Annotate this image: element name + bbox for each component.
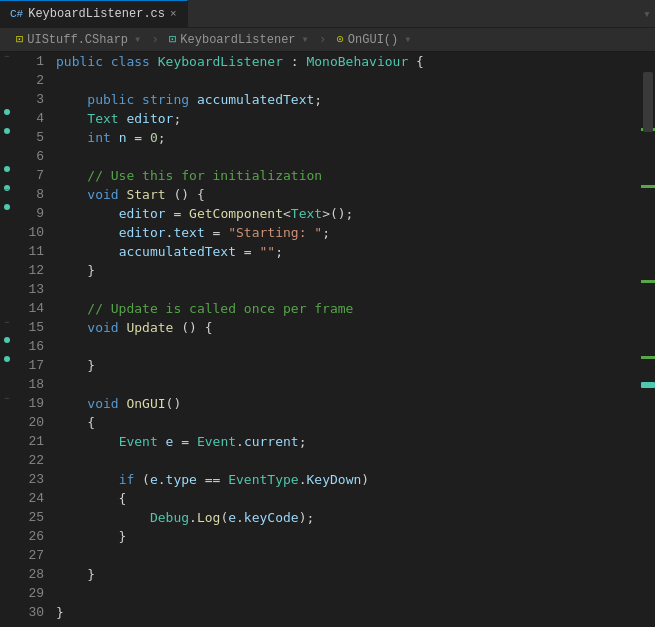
code-line-23: if (e.type == EventType.KeyDown): [56, 470, 641, 489]
gutter-indicator-5: [4, 204, 10, 210]
breadcrumb-class-label: KeyboardListener: [180, 33, 295, 47]
breadcrumb-class-icon: ⊡: [169, 32, 176, 47]
line-number-26: 26: [14, 527, 44, 546]
breadcrumb-bar: ⊡ UIStuff.CSharp ▾ › ⊡ KeyboardListener …: [0, 28, 655, 52]
line-number-8: 8: [14, 185, 44, 204]
tab-label: KeyboardListener.cs: [28, 7, 165, 21]
scrollbar-thumb[interactable]: [643, 72, 653, 132]
code-line-26: }: [56, 527, 641, 546]
line-numbers: 1234567891011121314151617181920212223242…: [14, 52, 52, 627]
breadcrumb-keyboardlistener[interactable]: ⊡ KeyboardListener ▾: [161, 30, 317, 49]
tab-keyboard-listener[interactable]: C# KeyboardListener.cs ×: [0, 0, 188, 28]
collapse-arrow-3[interactable]: −: [2, 318, 12, 328]
breadcrumb-uistuff[interactable]: ⊡ UIStuff.CSharp ▾: [8, 30, 149, 49]
code-line-28: }: [56, 565, 641, 584]
line-number-3: 3: [14, 90, 44, 109]
line-number-4: 4: [14, 109, 44, 128]
code-line-15: void Update () {: [56, 318, 641, 337]
code-editor[interactable]: public class KeyboardListener : MonoBeha…: [52, 52, 641, 627]
breadcrumb-method-label: OnGUI(): [348, 33, 398, 47]
breadcrumb-class-arrow: ▾: [302, 32, 309, 47]
breadcrumb-uistuff-arrow: ▾: [134, 32, 141, 47]
line-number-14: 14: [14, 299, 44, 318]
tab-icon: C#: [10, 8, 23, 20]
line-number-21: 21: [14, 432, 44, 451]
code-line-29: [56, 584, 641, 603]
line-number-19: 19: [14, 394, 44, 413]
line-number-11: 11: [14, 242, 44, 261]
line-number-2: 2: [14, 71, 44, 90]
line-number-17: 17: [14, 356, 44, 375]
breadcrumb-method-arrow: ▾: [404, 32, 411, 47]
line-number-18: 18: [14, 375, 44, 394]
line-number-9: 9: [14, 204, 44, 223]
line-number-30: 30: [14, 603, 44, 622]
line-number-20: 20: [14, 413, 44, 432]
line-number-27: 27: [14, 546, 44, 565]
vertical-scrollbar[interactable]: [641, 52, 655, 627]
line-number-23: 23: [14, 470, 44, 489]
breadcrumb-ongui[interactable]: ⊙ OnGUI() ▾: [329, 30, 420, 49]
line-number-1: 1: [14, 52, 44, 71]
code-line-25: Debug.Log(e.keyCode);: [56, 508, 641, 527]
code-line-10: editor.text = "Starting: ";: [56, 223, 641, 242]
code-line-30: }: [56, 603, 641, 622]
editor-container: − − − − 12345678910111213141516171819202…: [0, 52, 655, 627]
gutter-indicator-7: [4, 356, 10, 362]
tab-close-button[interactable]: ×: [170, 8, 177, 20]
code-line-17: }: [56, 356, 641, 375]
gutter-indicator-6: [4, 337, 10, 343]
scrollbar-mark-2: [641, 185, 655, 188]
collapse-gutter: − − − −: [0, 52, 14, 627]
line-number-10: 10: [14, 223, 44, 242]
code-line-3: public string accumulatedText;: [56, 90, 641, 109]
line-number-28: 28: [14, 565, 44, 584]
code-line-4: Text editor;: [56, 109, 641, 128]
code-line-18: [56, 375, 641, 394]
breadcrumb-uistuff-label: UIStuff.CSharp: [27, 33, 128, 47]
code-line-24: {: [56, 489, 641, 508]
tab-dropdown-button[interactable]: ▾: [639, 0, 655, 28]
tab-bar: C# KeyboardListener.cs × ▾: [0, 0, 655, 28]
scrollbar-mark-4: [641, 356, 655, 359]
line-number-5: 5: [14, 128, 44, 147]
code-line-27: [56, 546, 641, 565]
code-line-1: public class KeyboardListener : MonoBeha…: [56, 52, 641, 71]
collapse-arrow-1[interactable]: −: [2, 52, 12, 62]
code-line-12: }: [56, 261, 641, 280]
collapse-arrow-2[interactable]: −: [2, 185, 12, 195]
code-line-2: [56, 71, 641, 90]
line-number-29: 29: [14, 584, 44, 603]
line-number-22: 22: [14, 451, 44, 470]
breadcrumb-method-icon: ⊙: [337, 32, 344, 47]
breadcrumb-sep-2: ›: [319, 32, 327, 47]
code-line-6: [56, 147, 641, 166]
code-line-5: int n = 0;: [56, 128, 641, 147]
breadcrumb-sep-1: ›: [151, 32, 159, 47]
code-line-20: {: [56, 413, 641, 432]
code-line-13: [56, 280, 641, 299]
line-number-6: 6: [14, 147, 44, 166]
line-number-7: 7: [14, 166, 44, 185]
gutter-indicator-2: [4, 128, 10, 134]
code-line-8: void Start () {: [56, 185, 641, 204]
breadcrumb-uistuff-icon: ⊡: [16, 32, 23, 47]
line-number-25: 25: [14, 508, 44, 527]
line-number-15: 15: [14, 318, 44, 337]
line-number-16: 16: [14, 337, 44, 356]
code-line-19: void OnGUI(): [56, 394, 641, 413]
code-line-11: accumulatedText = "";: [56, 242, 641, 261]
collapse-arrow-4[interactable]: −: [2, 394, 12, 404]
code-line-22: [56, 451, 641, 470]
line-number-12: 12: [14, 261, 44, 280]
line-number-13: 13: [14, 280, 44, 299]
gutter-indicator-1: [4, 109, 10, 115]
code-line-7: // Use this for initialization: [56, 166, 641, 185]
scrollbar-change-marker: [641, 382, 655, 388]
code-line-16: [56, 337, 641, 356]
line-number-24: 24: [14, 489, 44, 508]
scrollbar-mark-3: [641, 280, 655, 283]
code-line-21: Event e = Event.current;: [56, 432, 641, 451]
code-line-14: // Update is called once per frame: [56, 299, 641, 318]
code-line-9: editor = GetComponent<Text>();: [56, 204, 641, 223]
